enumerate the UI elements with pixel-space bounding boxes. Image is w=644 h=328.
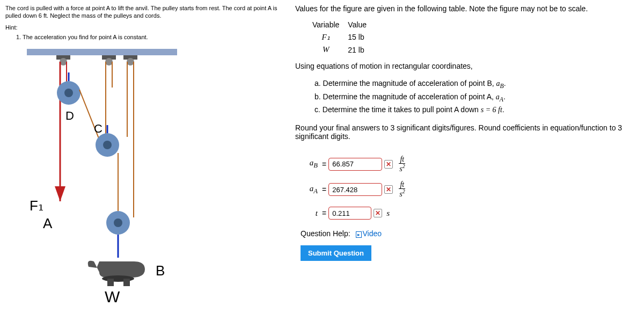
svg-rect-0 xyxy=(27,49,177,55)
hint-label: Hint: xyxy=(5,24,284,31)
using-text: Using equations of motion in rectangular… xyxy=(295,62,639,70)
video-icon: ▸ xyxy=(356,231,362,238)
question-parts: a. Determine the magnitude of accelerati… xyxy=(314,78,639,116)
answer-input-t[interactable] xyxy=(328,207,371,220)
wrong-icon: ✕ xyxy=(384,160,393,169)
label-b: B xyxy=(156,263,165,279)
svg-marker-24 xyxy=(55,186,65,201)
table-header-variable: Variable xyxy=(312,19,347,30)
rounding-note: Round your final answers to 3 significan… xyxy=(295,123,639,141)
label-f1: F₁ xyxy=(30,198,43,214)
label-c: C xyxy=(94,122,103,135)
svg-rect-27 xyxy=(123,279,130,286)
svg-rect-26 xyxy=(107,279,114,286)
variable-table: Variable Value F₁ 15 lb W 21 lb xyxy=(311,18,375,56)
unit-ft-s2: ft s2 xyxy=(398,156,406,173)
answer-row-ab: aB = ✕ ft s2 xyxy=(301,156,639,173)
label-d: D xyxy=(65,109,74,122)
pulley-figure: D C F₁ A B W xyxy=(5,46,284,305)
answer-label-ab: aB xyxy=(301,158,318,170)
hint-item: 1. The acceleration you find for point A… xyxy=(16,34,284,40)
answer-input-ab[interactable] xyxy=(328,158,382,171)
values-intro: Values for the figure are given in the f… xyxy=(295,4,639,13)
table-row: W 21 lb xyxy=(312,44,374,55)
svg-point-5 xyxy=(105,58,113,65)
wrong-icon: ✕ xyxy=(384,185,393,194)
svg-point-14 xyxy=(64,89,73,97)
answer-label-aa: aA xyxy=(301,184,318,195)
table-header-value: Value xyxy=(348,19,374,30)
label-w: W xyxy=(105,288,120,303)
table-row: F₁ 15 lb xyxy=(312,31,374,43)
svg-point-6 xyxy=(127,58,134,65)
video-link[interactable]: ▸Video xyxy=(356,229,382,238)
svg-point-21 xyxy=(114,218,122,227)
question-help: Question Help: ▸Video xyxy=(301,229,639,238)
submit-question-button[interactable]: Submit Question xyxy=(301,245,371,261)
problem-text: The cord is pulled with a force at point… xyxy=(5,4,284,20)
answer-label-t: t xyxy=(301,209,318,218)
wrong-icon: ✕ xyxy=(374,209,382,217)
svg-point-18 xyxy=(103,141,112,149)
answer-row-t: t = ✕ s xyxy=(301,207,639,220)
unit-s: s xyxy=(386,209,390,218)
answer-row-aa: aA = ✕ ft s2 xyxy=(301,181,639,198)
unit-ft-s2: ft s2 xyxy=(398,181,406,198)
answer-input-aa[interactable] xyxy=(328,183,382,196)
pulley-diagram-svg: D C F₁ A B W xyxy=(16,46,193,303)
label-a: A xyxy=(43,215,53,231)
